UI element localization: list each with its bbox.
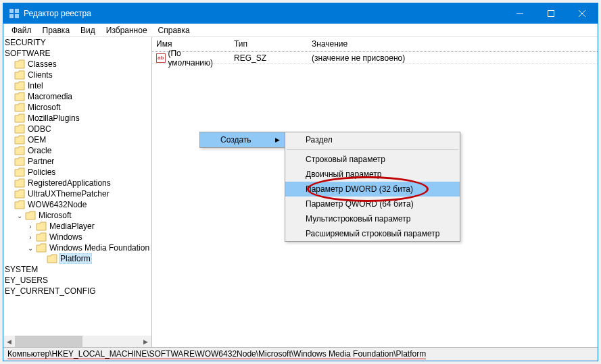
folder-icon [14,200,25,209]
folder-icon [36,222,47,231]
ctx-binary[interactable]: Двоичный параметр [285,167,460,182]
scroll-thumb[interactable] [15,336,82,347]
ctx-dword[interactable]: Параметр DWORD (32 бита) [285,182,460,197]
expand-icon[interactable]: › [25,221,36,232]
svg-rect-1 [15,9,19,13]
svg-rect-0 [9,9,14,13]
expand-icon[interactable]: ⌄ [25,242,36,253]
folder-icon [36,243,47,253]
value-type: REG_SZ [230,53,308,63]
tree-item-system[interactable]: SYSTEM [3,264,151,275]
tree-panel: SECURITY SOFTWARE Classes Clients Intel … [3,37,152,347]
ctx-create[interactable]: Создать ▶ [200,132,285,147]
app-icon [9,8,20,19]
titlebar: Редактор реестра [3,3,598,24]
folder-icon [14,59,25,69]
scroll-left-icon[interactable]: ◀ [3,336,15,347]
tree-item-oem[interactable]: OEM [3,134,151,145]
context-submenu-create: Раздел Строковый параметр Двоичный парам… [285,132,460,242]
tree-item-mozillaplugins[interactable]: MozillaPlugins [3,113,151,124]
menu-edit[interactable]: Правка [37,24,76,36]
list-row[interactable]: ab(По умолчанию) REG_SZ (значение не при… [152,52,598,64]
tree-item-wmf[interactable]: ⌄Windows Media Foundation [3,242,151,253]
tree-item-microsoft2[interactable]: ⌄Microsoft [3,210,151,221]
maximize-button[interactable] [535,3,567,24]
tree-item-oracle[interactable]: Oracle [3,145,151,156]
window: Редактор реестра Файл Правка Вид Избранн… [3,3,598,361]
tree-item-macromedia[interactable]: Macromedia [3,91,151,102]
svg-rect-2 [9,14,14,18]
minimize-button[interactable] [504,3,535,24]
folder-icon [14,124,25,134]
folder-icon [14,167,25,177]
svg-rect-3 [15,14,19,18]
folder-icon [14,113,25,123]
tree-item-policies[interactable]: Policies [3,167,151,178]
menu-view[interactable]: Вид [75,24,101,36]
menubar: Файл Правка Вид Избранное Справка [3,24,598,37]
tree-item-windows[interactable]: ›Windows [3,232,151,242]
tree-scrollbar-horizontal[interactable]: ◀ ▶ [3,336,151,347]
window-title: Редактор реестра [24,9,504,18]
folder-icon [14,157,25,166]
ctx-qword[interactable]: Параметр QWORD (64 бита) [285,197,460,211]
ctx-section[interactable]: Раздел [285,132,460,147]
registry-tree[interactable]: SECURITY SOFTWARE Classes Clients Intel … [3,37,151,336]
tree-item-users[interactable]: EY_USERS [3,275,151,286]
menu-file[interactable]: Файл [6,24,37,36]
value-data: (значение не присвоено) [308,53,598,63]
svg-rect-5 [548,11,554,17]
ctx-string[interactable]: Строковый параметр [285,152,460,167]
folder-icon [14,92,25,101]
expand-icon[interactable]: ⌄ [14,210,25,221]
tree-item-classes[interactable]: Classes [3,59,151,70]
col-type[interactable]: Тип [230,37,308,51]
tree-item-partner[interactable]: Partner [3,156,151,167]
folder-icon [14,146,25,155]
ctx-multi[interactable]: Мультистроковый параметр [285,211,460,226]
ctx-expand[interactable]: Расширяемый строковый параметр [285,226,460,241]
menu-favorites[interactable]: Избранное [101,24,153,36]
tree-item-intel[interactable]: Intel [3,80,151,91]
tree-item-mediaplayer[interactable]: ›MediaPlayer [3,221,151,232]
folder-icon [47,254,57,263]
folder-icon [36,232,47,242]
tree-item-odbc[interactable]: ODBC [3,124,151,134]
folder-icon [14,70,25,80]
folder-icon [25,211,36,220]
status-path: Компьютер\HKEY_LOCAL_MACHINE\SOFTWARE\WO… [7,349,426,359]
expand-icon[interactable]: › [25,232,36,242]
string-value-icon: ab [156,53,166,63]
menu-help[interactable]: Справка [153,24,195,36]
folder-icon [14,135,25,145]
scroll-right-icon[interactable]: ▶ [140,336,151,347]
tree-item-platform[interactable]: Platform [3,253,151,264]
folder-icon [14,81,25,90]
folder-icon [14,178,25,188]
statusbar: Компьютер\HKEY_LOCAL_MACHINE\SOFTWARE\WO… [3,347,598,361]
col-value[interactable]: Значение [308,37,598,51]
folder-icon [14,189,25,199]
value-name: (По умолчанию) [168,49,226,68]
tree-item-wow64[interactable]: WOW6432Node [3,199,151,210]
context-menu: Создать ▶ [199,132,286,148]
tree-item-curconf[interactable]: EY_CURRENT_CONFIG [3,286,151,296]
menu-separator [287,149,458,150]
tree-item-registeredapps[interactable]: RegisteredApplications [3,178,151,188]
close-button[interactable] [567,3,598,24]
tree-item-clients[interactable]: Clients [3,70,151,80]
tree-item-security[interactable]: SECURITY [3,37,151,48]
tree-item-microsoft[interactable]: Microsoft [3,102,151,113]
submenu-arrow-icon: ▶ [275,136,280,143]
tree-item-software[interactable]: SOFTWARE [3,48,151,59]
tree-item-ultraux[interactable]: UltraUXThemePatcher [3,188,151,199]
folder-icon [14,103,25,112]
